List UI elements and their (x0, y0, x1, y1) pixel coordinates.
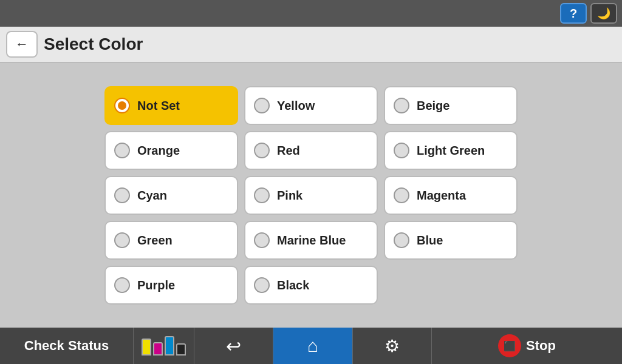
color-option-light-green[interactable]: Light Green (384, 131, 518, 170)
radio-cyan (114, 187, 130, 203)
radio-yellow (254, 98, 270, 113)
stop-button[interactable]: ⬛ Stop (431, 328, 622, 364)
radio-light-green (394, 143, 409, 158)
ink-bar-yellow (142, 339, 151, 356)
color-option-pink[interactable]: Pink (244, 176, 378, 215)
color-grid: Not SetYellowBeigeOrangeRedLight GreenCy… (104, 86, 518, 305)
radio-beige (394, 98, 409, 113)
radio-not-set (114, 98, 130, 113)
home-icon: ⌂ (307, 335, 318, 356)
home-button[interactable]: ⌂ (273, 328, 352, 364)
page-title: Select Color (44, 35, 143, 54)
back-arrow-icon: ← (15, 36, 29, 52)
radio-magenta (394, 187, 409, 203)
color-option-marine-blue[interactable]: Marine Blue (244, 221, 378, 260)
content-area: Not SetYellowBeigeOrangeRedLight GreenCy… (0, 63, 622, 328)
color-label-light-green: Light Green (417, 144, 485, 158)
radio-orange (114, 143, 130, 158)
color-option-yellow[interactable]: Yellow (244, 86, 378, 125)
radio-green (114, 232, 130, 248)
radio-pink (254, 187, 270, 203)
color-option-black[interactable]: Black (244, 266, 378, 305)
top-bar: ? 🌙 (0, 0, 622, 27)
ink-status-button[interactable] (134, 328, 194, 364)
color-label-not-set: Not Set (137, 99, 180, 113)
ink-bar-black (176, 343, 186, 356)
ink-bar-magenta (153, 342, 163, 356)
check-status-button[interactable]: Check Status (0, 328, 134, 364)
color-option-beige[interactable]: Beige (384, 86, 518, 125)
settings-button[interactable]: ⚙ (352, 328, 431, 364)
color-option-red[interactable]: Red (244, 131, 378, 170)
color-label-orange: Orange (137, 144, 180, 158)
undo-icon: ↩ (226, 335, 241, 357)
gear-icon: ⚙ (384, 336, 400, 356)
color-label-purple: Purple (137, 278, 175, 292)
color-option-cyan[interactable]: Cyan (104, 176, 238, 215)
color-option-magenta[interactable]: Magenta (384, 176, 518, 215)
color-option-blue[interactable]: Blue (384, 221, 518, 260)
back-button[interactable]: ← (6, 31, 38, 58)
color-label-cyan: Cyan (137, 189, 167, 203)
stop-label: Stop (526, 338, 556, 354)
color-label-magenta: Magenta (417, 189, 466, 203)
color-option-green[interactable]: Green (104, 221, 238, 260)
color-label-blue: Blue (417, 234, 443, 248)
radio-blue (394, 232, 409, 248)
radio-purple (114, 277, 130, 293)
header: ← Select Color (0, 27, 622, 63)
color-label-marine-blue: Marine Blue (277, 234, 346, 248)
color-option-not-set[interactable]: Not Set (104, 86, 238, 125)
bottom-bar: Check Status ↩ ⌂ ⚙ ⬛ Stop (0, 328, 622, 364)
radio-red (254, 143, 270, 158)
color-label-beige: Beige (417, 99, 449, 113)
color-option-purple[interactable]: Purple (104, 266, 238, 305)
undo-button[interactable]: ↩ (194, 328, 273, 364)
stop-circle-icon: ⬛ (498, 334, 521, 357)
check-status-label: Check Status (24, 338, 109, 354)
color-option-orange[interactable]: Orange (104, 131, 238, 170)
color-label-red: Red (277, 144, 300, 158)
radio-black (254, 277, 270, 293)
help-button[interactable]: ? (560, 3, 587, 24)
night-mode-button[interactable]: 🌙 (590, 3, 617, 24)
ink-bar-cyan (165, 336, 174, 356)
ink-bars (142, 336, 186, 356)
color-label-yellow: Yellow (277, 99, 315, 113)
radio-marine-blue (254, 232, 270, 248)
color-label-green: Green (137, 234, 173, 248)
color-label-black: Black (277, 278, 309, 292)
color-label-pink: Pink (277, 189, 302, 203)
